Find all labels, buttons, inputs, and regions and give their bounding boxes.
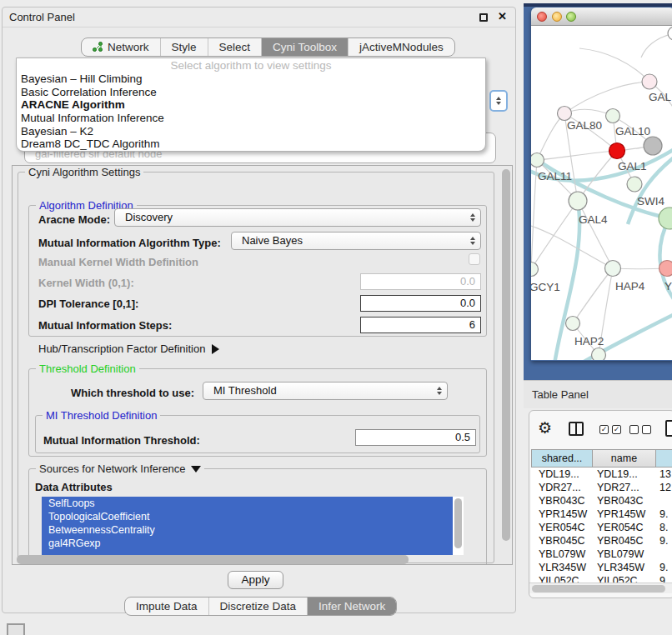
docked-mini-icon[interactable] — [7, 623, 25, 635]
zoom-traffic-light[interactable] — [566, 12, 576, 22]
tab-network[interactable]: Network — [82, 38, 160, 56]
close-icon[interactable]: ✕ — [498, 10, 507, 22]
settings-vertical-scrollbar[interactable] — [502, 169, 510, 541]
screen: Control Panel ✕ Network Style Select Cyn… — [0, 0, 672, 635]
data-attributes-label: Data Attributes — [35, 481, 113, 493]
dropdown-option[interactable]: Bayesian – K2 — [17, 125, 485, 138]
table-row[interactable]: YBL079WYBL079W — [531, 548, 672, 561]
attributes-scrollbar[interactable] — [453, 497, 464, 555]
settings-horizontal-scrollbar[interactable] — [17, 555, 409, 564]
unchecked-checkbox-icon[interactable] — [629, 425, 639, 434]
node-hap4[interactable] — [605, 261, 621, 277]
checked-checkbox-icon[interactable]: ✓ — [612, 425, 621, 434]
tab-jactivemnodules[interactable]: jActiveMNodules — [348, 38, 454, 56]
column-header-name[interactable]: name — [593, 449, 656, 468]
table-row[interactable]: YDL19...YDL19...13 — [531, 468, 672, 481]
document-icon[interactable] — [665, 420, 672, 437]
table-toolbar: ⚙ ✓ ✓ — [529, 411, 672, 448]
float-window-icon[interactable] — [479, 13, 488, 22]
node-partial-bottom[interactable] — [592, 348, 606, 361]
table-row[interactable]: YBR045CYBR045C9. — [531, 534, 672, 548]
tab-cyni-toolbox[interactable]: Cyni Toolbox — [261, 38, 348, 56]
table-row[interactable]: YIL052CYIL052C9 — [531, 574, 672, 582]
tab-impute-data[interactable]: Impute Data — [125, 598, 208, 615]
table-horizontal-scrollbar[interactable] — [529, 582, 672, 593]
attribute-item[interactable]: BetweennessCentrality — [42, 523, 464, 537]
control-panel-tabs: Network Style Select Cyni Toolbox jActiv… — [81, 38, 455, 57]
collapse-down-icon — [191, 466, 201, 472]
table-panel-title: Table Panel — [532, 388, 589, 401]
node-gray[interactable] — [644, 137, 662, 155]
manual-kernel-checkbox[interactable] — [469, 253, 480, 265]
aracne-mode-combobox[interactable]: Discovery — [114, 208, 481, 227]
table-row[interactable]: YBR043CYBR043C — [531, 494, 672, 508]
kernel-width-field[interactable]: 0.0 — [360, 273, 481, 290]
tab-select[interactable]: Select — [208, 38, 262, 56]
node-gal4[interactable] — [569, 192, 587, 210]
apply-button[interactable]: Apply — [228, 571, 283, 589]
minimize-traffic-light[interactable] — [552, 12, 562, 22]
attribute-item[interactable]: TopologicalCoefficient — [42, 510, 464, 523]
network-canvas[interactable]: GAL GAL80 GAL10 GAL1 GAL11 SWI4 GAL4 GCY… — [531, 26, 672, 360]
dpi-tolerance-label: DPI Tolerance [0,1]: — [38, 298, 138, 310]
dpi-tolerance-field[interactable]: 0.0 — [360, 295, 481, 312]
dropdown-option[interactable]: Bayesian – Hill Climbing — [17, 72, 485, 86]
node-big-green[interactable] — [659, 208, 672, 229]
dropdown-option-selected[interactable]: ARACNE Algorithm — [17, 98, 485, 112]
attribute-item[interactable]: SelfLoops — [42, 497, 464, 510]
table-row[interactable]: YPR145WYPR145W9. — [531, 508, 672, 521]
panel-title: Control Panel — [9, 11, 75, 23]
network-view-frame: GAL GAL80 GAL10 GAL1 GAL11 SWI4 GAL4 GCY… — [524, 3, 672, 380]
node-partial-top[interactable] — [668, 27, 672, 40]
tab-discretize-data[interactable]: Discretize Data — [208, 598, 308, 615]
stepper-icon — [437, 387, 442, 395]
mi-type-combobox[interactable]: Naive Bayes — [231, 232, 481, 250]
node-label: GAL1 — [618, 160, 647, 172]
dropdown-option[interactable]: Dream8 DC_TDC Algorithm — [17, 138, 485, 151]
dropdown-option[interactable]: Mutual Information Inference — [17, 112, 485, 125]
checked-checkbox-icon[interactable]: ✓ — [599, 425, 609, 434]
group-title: MI Threshold Definition — [43, 409, 160, 422]
table-row[interactable]: YLR345WYLR345W9. — [531, 561, 672, 574]
table-panel-titlebar: Table Panel — [524, 380, 672, 408]
expand-right-icon — [212, 344, 219, 354]
dropdown-option[interactable]: Basic Correlation Inference — [17, 86, 485, 99]
algorithm-combobox-fragment[interactable] — [489, 90, 508, 112]
tab-infer-network[interactable]: Infer Network — [307, 598, 396, 615]
gear-icon[interactable]: ⚙ — [538, 418, 552, 437]
stepper-icon — [470, 213, 475, 222]
node-gal10[interactable] — [606, 109, 620, 123]
which-threshold-combobox[interactable]: MI Threshold — [203, 382, 448, 400]
network-window-titlebar — [531, 8, 672, 26]
node-gal1-red[interactable] — [609, 143, 625, 159]
close-traffic-light[interactable] — [537, 12, 547, 22]
column-header-shared[interactable]: shared... — [531, 449, 593, 468]
sources-group-title[interactable]: Sources for Network Inference — [36, 462, 204, 475]
node-gal11[interactable] — [531, 153, 544, 168]
node-gcy1[interactable] — [531, 262, 539, 277]
unchecked-checkbox-icon[interactable] — [642, 425, 651, 434]
group-title: Threshold Definition — [36, 362, 139, 375]
mi-threshold-field[interactable]: 0.5 — [355, 429, 476, 446]
column-header-partial[interactable] — [656, 449, 672, 468]
attribute-item[interactable]: gal4RGexp — [42, 537, 464, 550]
table-header: shared... name — [531, 449, 672, 468]
kernel-width-label: Kernel Width (0,1): — [38, 277, 134, 289]
node-gal-partial[interactable] — [642, 74, 657, 89]
columns-icon[interactable] — [569, 422, 584, 436]
control-panel-titlebar: Control Panel ✕ — [3, 8, 515, 28]
node-label: GAL11 — [538, 170, 572, 182]
table-row[interactable]: YDR27...YDR27...12 — [531, 481, 672, 494]
mi-steps-field[interactable]: 6 — [360, 317, 481, 333]
node-label: SWI4 — [637, 195, 664, 208]
table-row[interactable]: YER054CYER054C8. — [531, 521, 672, 534]
node-label: Y — [664, 280, 672, 292]
node-gal80[interactable] — [558, 107, 572, 121]
hub-definition-expander[interactable]: Hub/Transcription Factor Definition — [38, 342, 219, 355]
node-swi4[interactable] — [627, 177, 642, 192]
tab-style[interactable]: Style — [160, 38, 208, 56]
node-salmon[interactable] — [659, 261, 672, 277]
table-body: YDL19...YDL19...13 YDR27...YDR27...12 YB… — [531, 468, 672, 582]
node-hap2[interactable] — [566, 317, 580, 331]
mi-type-label: Mutual Information Algorithm Type: — [38, 237, 221, 249]
